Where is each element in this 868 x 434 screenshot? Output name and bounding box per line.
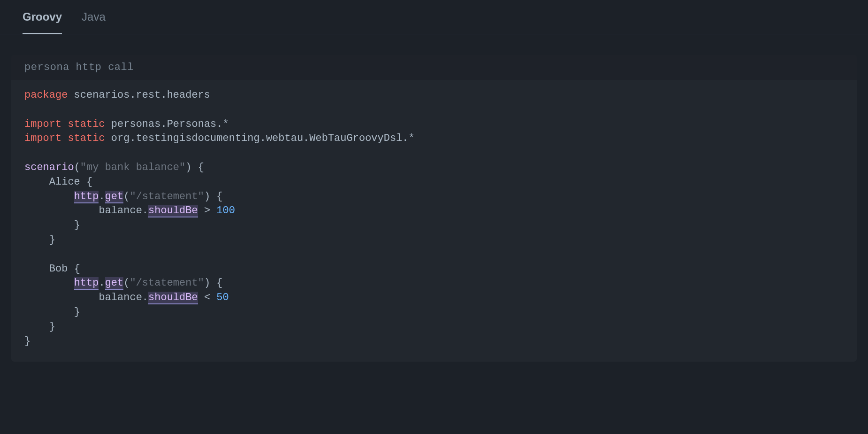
brace: { xyxy=(74,263,80,275)
tabs-container: Groovy Java xyxy=(0,0,868,34)
import-package: org.testingisdocumenting.webtau.WebTauGr… xyxy=(111,132,415,144)
keyword-import: import xyxy=(24,118,61,130)
identifier-balance: balance. xyxy=(99,292,148,303)
highlight-get: get xyxy=(105,277,124,290)
number-literal: 100 xyxy=(216,205,235,217)
tab-java[interactable]: Java xyxy=(82,0,106,34)
number-literal: 50 xyxy=(216,292,228,303)
content-area: persona http call package scenarios.rest… xyxy=(0,34,868,373)
highlight-http: http xyxy=(74,191,99,203)
identifier-balance: balance. xyxy=(99,205,148,217)
paren: ) xyxy=(185,162,191,173)
paren: ( xyxy=(74,162,80,173)
string-literal: "my bank balance" xyxy=(80,162,185,173)
brace: { xyxy=(86,176,92,188)
highlight-shouldbe: shouldBe xyxy=(148,205,198,217)
code-pre: package scenarios.rest.headers import st… xyxy=(24,88,844,349)
code-body: package scenarios.rest.headers import st… xyxy=(11,80,857,362)
brace: } xyxy=(49,321,55,333)
brace: { xyxy=(198,162,204,173)
identifier-bob: Bob xyxy=(49,263,68,275)
tab-groovy[interactable]: Groovy xyxy=(23,0,62,34)
string-literal: "/statement" xyxy=(129,191,204,202)
keyword-static: static xyxy=(61,132,111,144)
operator: > xyxy=(198,205,217,217)
paren: ( xyxy=(123,191,129,202)
identifier-alice: Alice xyxy=(49,176,80,188)
keyword-package: package xyxy=(24,89,68,101)
import-package: personas.Personas.* xyxy=(111,118,229,130)
package-name: scenarios.rest.headers xyxy=(68,89,210,101)
code-title: persona http call xyxy=(11,55,857,80)
keyword-static: static xyxy=(61,118,111,130)
brace: } xyxy=(24,335,30,347)
brace: { xyxy=(216,277,222,289)
brace: } xyxy=(49,234,55,246)
dot: . xyxy=(99,277,105,289)
code-block: persona http call package scenarios.rest… xyxy=(11,55,857,362)
paren: ) xyxy=(204,277,210,289)
highlight-get: get xyxy=(105,191,124,203)
function-scenario: scenario xyxy=(24,162,74,173)
dot: . xyxy=(99,191,105,202)
operator: < xyxy=(198,292,217,303)
paren: ( xyxy=(123,277,129,289)
string-literal: "/statement" xyxy=(129,277,204,289)
brace: { xyxy=(216,191,222,202)
paren: ) xyxy=(204,191,210,202)
brace: } xyxy=(74,219,80,231)
highlight-http: http xyxy=(74,277,99,290)
brace: } xyxy=(74,306,80,318)
highlight-shouldbe: shouldBe xyxy=(148,292,198,304)
keyword-import: import xyxy=(24,132,61,144)
